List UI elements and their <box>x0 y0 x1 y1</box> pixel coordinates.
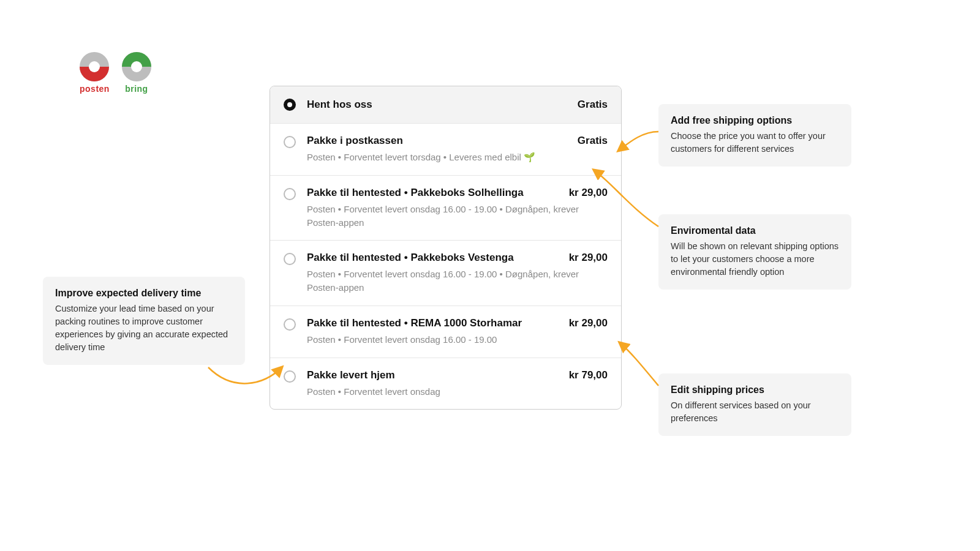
shipping-options-panel: Hent hos oss Gratis Pakke i postkassen G… <box>270 86 622 410</box>
svg-point-3 <box>131 61 142 72</box>
option-price: Gratis <box>578 99 608 111</box>
callout-title: Edit shipping prices <box>671 384 839 395</box>
radio-unselected-icon[interactable] <box>284 253 296 265</box>
option-title: Hent hos oss <box>307 99 372 111</box>
radio-selected-icon[interactable] <box>284 99 296 111</box>
radio-unselected-icon[interactable] <box>284 188 296 200</box>
radio-unselected-icon[interactable] <box>284 318 296 331</box>
option-price: kr 29,00 <box>569 252 608 264</box>
option-subtitle: Posten • Forventet levert torsdag • Leve… <box>307 151 608 164</box>
callout-environmental: Enviromental data Will be shown on relev… <box>658 214 851 290</box>
option-subtitle: Posten • Forventet levert onsdag <box>307 385 608 399</box>
option-price: kr 79,00 <box>569 369 608 381</box>
posten-mark-icon <box>80 52 109 81</box>
posten-logo: posten <box>80 52 110 94</box>
bring-mark-icon <box>122 52 151 81</box>
posten-logo-label: posten <box>80 84 110 94</box>
bring-logo-label: bring <box>125 84 148 94</box>
shipping-option-mailbox[interactable]: Pakke i postkassen Gratis Posten • Forve… <box>270 124 621 176</box>
callout-free-shipping: Add free shipping options Choose the pri… <box>658 104 851 167</box>
callout-title: Enviromental data <box>671 225 839 236</box>
option-subtitle: Posten • Forventet levert onsdag 16.00 -… <box>307 268 608 294</box>
option-title: Pakke i postkassen <box>307 135 403 147</box>
callout-delivery-time: Improve expected delivery time Customize… <box>43 277 245 365</box>
option-price: kr 29,00 <box>569 317 608 329</box>
callout-title: Improve expected delivery time <box>55 288 233 299</box>
shipping-option-pickup-vestenga[interactable]: Pakke til hentested • Pakkeboks Vestenga… <box>270 241 621 306</box>
callout-title: Add free shipping options <box>671 115 839 126</box>
radio-unselected-icon[interactable] <box>284 136 296 148</box>
option-subtitle: Posten • Forventet levert onsdag 16.00 -… <box>307 203 608 230</box>
option-title: Pakke levert hjem <box>307 369 395 381</box>
svg-point-1 <box>89 61 100 72</box>
option-title: Pakke til hentested • Pakkeboks Vestenga <box>307 252 514 264</box>
option-price: kr 29,00 <box>569 187 608 199</box>
option-title: Pakke til hentested • Pakkeboks Solhelli… <box>307 187 524 199</box>
option-subtitle: Posten • Forventet levert onsdag 16.00 -… <box>307 333 608 347</box>
shipping-option-home-delivery[interactable]: Pakke levert hjem kr 79,00 Posten • Forv… <box>270 358 621 410</box>
shipping-option-pickup-solhellinga[interactable]: Pakke til hentested • Pakkeboks Solhelli… <box>270 176 621 241</box>
bring-logo: bring <box>122 52 151 94</box>
shipping-option-pickup-store[interactable]: Hent hos oss Gratis <box>270 86 621 124</box>
callout-body: On different services based on your pref… <box>671 399 839 425</box>
callout-body: Choose the price you want to offer your … <box>671 130 839 156</box>
callout-body: Customize your lead time based on your p… <box>55 302 233 354</box>
shipping-option-pickup-rema[interactable]: Pakke til hentested • REMA 1000 Storhama… <box>270 306 621 358</box>
radio-unselected-icon[interactable] <box>284 370 296 383</box>
brand-logos: posten bring <box>80 52 151 94</box>
option-price: Gratis <box>578 135 608 147</box>
arrow-edit-prices-icon <box>620 343 658 386</box>
option-title: Pakke til hentested • REMA 1000 Storhama… <box>307 317 522 329</box>
callout-edit-prices: Edit shipping prices On different servic… <box>658 373 851 436</box>
arrow-free-shipping-icon <box>619 132 658 151</box>
callout-body: Will be shown on relevant shipping optio… <box>671 240 839 279</box>
